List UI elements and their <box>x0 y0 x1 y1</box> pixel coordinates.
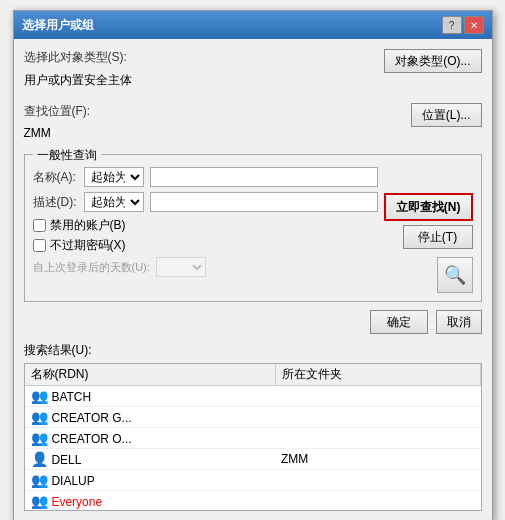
location-label: 查找位置(F): <box>24 103 104 120</box>
stop-button[interactable]: 停止(T) <box>403 225 473 249</box>
object-type-button[interactable]: 对象类型(O)... <box>384 49 481 73</box>
location-button[interactable]: 位置(L)... <box>411 103 482 127</box>
days-row: 自上次登录后的天数(U): <box>33 257 378 277</box>
table-cell-folder <box>275 428 480 449</box>
title-bar: 选择用户或组 ? ✕ <box>14 11 492 39</box>
table-cell-name: 👥 CREATOR O... <box>25 428 276 449</box>
dialog-body: 选择此对象类型(S): 用户或内置安全主体 对象类型(O)... 查找位置(F)… <box>14 39 492 520</box>
object-type-row: 选择此对象类型(S): <box>24 49 377 66</box>
search-now-button[interactable]: 立即查找(N) <box>384 193 473 221</box>
name-prefix-select[interactable]: 起始为 <box>84 167 144 187</box>
results-table-wrapper[interactable]: 名称(RDN) 所在文件夹 👥 BATCH👥 CREATOR G...👥 CRE… <box>24 363 482 511</box>
desc-prefix-select[interactable]: 起始为 <box>84 192 144 212</box>
table-cell-name: 👥 BATCH <box>25 386 276 407</box>
desc-input[interactable] <box>150 192 378 212</box>
results-section: 搜索结果(U): 名称(RDN) 所在文件夹 👥 BATCH👥 CREATOR … <box>24 342 482 511</box>
noexpire-checkbox-row: 不过期密码(X) <box>33 237 378 254</box>
user-icon: 👥 <box>31 472 52 488</box>
bottom-buttons: 确定 取消 <box>24 310 482 334</box>
user-icon: 👥 <box>31 430 52 446</box>
user-icon: 👥 <box>31 388 52 404</box>
dialog-select-user: 选择用户或组 ? ✕ 选择此对象类型(S): 用户或内置安全主体 对象类型(O)… <box>13 10 493 520</box>
table-row[interactable]: 👥 DIALUP <box>25 470 481 491</box>
days-select[interactable] <box>156 257 206 277</box>
table-cell-name: 👤 DELL <box>25 449 276 470</box>
table-cell-folder: ZMM <box>275 449 480 470</box>
col-folder-header: 所在文件夹 <box>275 364 480 386</box>
table-row[interactable]: 👤 DELLZMM <box>25 449 481 470</box>
name-query-row: 名称(A): 起始为 <box>33 167 378 187</box>
table-cell-folder <box>275 407 480 428</box>
results-label: 搜索结果(U): <box>24 342 482 359</box>
days-label: 自上次登录后的天数(U): <box>33 260 150 275</box>
user-icon: 👤 <box>31 451 52 467</box>
table-cell-folder <box>275 386 480 407</box>
dialog-title: 选择用户或组 <box>22 17 94 34</box>
table-cell-name: 👥 DIALUP <box>25 470 276 491</box>
table-header-row: 名称(RDN) 所在文件夹 <box>25 364 481 386</box>
general-query-group: 一般性查询 名称(A): 起始为 描述 <box>24 154 482 302</box>
object-type-label: 选择此对象类型(S): <box>24 49 127 66</box>
table-row[interactable]: 👥 CREATOR O... <box>25 428 481 449</box>
query-actions: 立即查找(N) 停止(T) 🔍 <box>384 167 473 293</box>
noexpire-label: 不过期密码(X) <box>50 237 126 254</box>
search-icon: 🔍 <box>444 264 466 286</box>
disabled-checkbox[interactable] <box>33 219 46 232</box>
table-cell-name: 👥 CREATOR G... <box>25 407 276 428</box>
groupbox-title: 一般性查询 <box>33 147 101 164</box>
name-input[interactable] <box>150 167 378 187</box>
disabled-checkbox-row: 禁用的账户(B) <box>33 217 378 234</box>
user-icon: 👥 <box>31 493 52 509</box>
help-button[interactable]: ? <box>442 16 462 34</box>
location-value: ZMM <box>24 126 51 140</box>
table-cell-folder <box>275 491 480 512</box>
search-icon-button[interactable]: 🔍 <box>437 257 473 293</box>
ok-button[interactable]: 确定 <box>370 310 428 334</box>
table-cell-name: 👥 Everyone <box>25 491 276 512</box>
desc-query-label: 描述(D): <box>33 194 78 211</box>
table-cell-folder <box>275 470 480 491</box>
location-section: 查找位置(F): ZMM 位置(L)... <box>24 103 482 146</box>
results-tbody: 👥 BATCH👥 CREATOR G...👥 CREATOR O...👤 DEL… <box>25 386 481 512</box>
results-table: 名称(RDN) 所在文件夹 👥 BATCH👥 CREATOR G...👥 CRE… <box>25 364 481 511</box>
cancel-button[interactable]: 取消 <box>436 310 482 334</box>
desc-query-row: 描述(D): 起始为 <box>33 192 378 212</box>
table-row[interactable]: 👥 Everyone <box>25 491 481 512</box>
object-type-value: 用户或内置安全主体 <box>24 72 132 89</box>
noexpire-checkbox[interactable] <box>33 239 46 252</box>
user-icon: 👥 <box>31 409 52 425</box>
title-bar-buttons: ? ✕ <box>442 16 484 34</box>
close-button[interactable]: ✕ <box>464 16 484 34</box>
table-row[interactable]: 👥 CREATOR G... <box>25 407 481 428</box>
name-query-label: 名称(A): <box>33 169 78 186</box>
disabled-label: 禁用的账户(B) <box>50 217 126 234</box>
object-type-section: 选择此对象类型(S): 用户或内置安全主体 对象类型(O)... <box>24 49 482 95</box>
col-name-header: 名称(RDN) <box>25 364 276 386</box>
table-row[interactable]: 👥 BATCH <box>25 386 481 407</box>
